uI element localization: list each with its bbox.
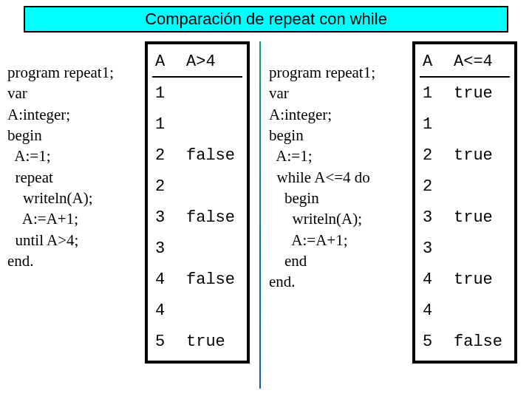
table-row: 4 (152, 294, 242, 325)
table-row: 2true (420, 139, 510, 170)
left-column: program repeat1; var A:integer; begin A:… (4, 41, 266, 392)
right-trace-table: A A<=4 1true 1 2true 2 3true 3 4true 4 5… (420, 46, 510, 356)
table-row: 3 (152, 232, 242, 263)
table-row: 4 (420, 294, 510, 325)
left-code-block: program repeat1; var A:integer; begin A:… (4, 41, 145, 271)
cell-a: 3 (152, 201, 183, 232)
left-trace-table-wrap: A A>4 1 1 2false 2 3false 3 4false 4 5tr… (145, 41, 250, 364)
cell-a: 2 (420, 170, 451, 201)
cell-r (451, 170, 510, 201)
cell-r: true (451, 263, 510, 294)
cell-a: 3 (152, 232, 183, 263)
cell-r: false (183, 139, 242, 170)
cell-r: true (451, 201, 510, 232)
left-header-cond: A>4 (183, 46, 242, 77)
right-code-block: program repeat1; var A:integer; begin A:… (266, 41, 412, 293)
cell-a: 1 (420, 77, 451, 108)
cell-r: false (451, 325, 510, 356)
table-row: 5false (420, 325, 510, 356)
cell-a: 2 (152, 139, 183, 170)
table-row: 3 (420, 232, 510, 263)
cell-r (183, 232, 242, 263)
cell-r (451, 232, 510, 263)
cell-r: true (183, 325, 242, 356)
page-title: Comparación de repeat con while (24, 6, 508, 33)
cell-a: 4 (420, 263, 451, 294)
cell-a: 1 (420, 108, 451, 139)
right-header-cond: A<=4 (451, 46, 510, 77)
table-row: 1 (420, 108, 510, 139)
table-row: 2 (420, 170, 510, 201)
cell-r (183, 170, 242, 201)
cell-r: false (183, 201, 242, 232)
table-row: 1 (152, 108, 242, 139)
table-row: 3false (152, 201, 242, 232)
right-column: program repeat1; var A:integer; begin A:… (266, 41, 528, 392)
table-row: 4false (152, 263, 242, 294)
cell-r (183, 294, 242, 325)
cell-r (451, 108, 510, 139)
cell-a: 1 (152, 77, 183, 108)
left-header-a: A (152, 46, 183, 77)
left-trace-table: A A>4 1 1 2false 2 3false 3 4false 4 5tr… (152, 46, 242, 356)
table-row: 2 (152, 170, 242, 201)
cell-a: 3 (420, 201, 451, 232)
cell-a: 3 (420, 232, 451, 263)
cell-a: 4 (420, 294, 451, 325)
cell-a: 2 (420, 139, 451, 170)
cell-r: true (451, 139, 510, 170)
right-header-a: A (420, 46, 451, 77)
cell-r (183, 77, 242, 108)
right-trace-table-wrap: A A<=4 1true 1 2true 2 3true 3 4true 4 5… (412, 41, 517, 364)
table-row: 1true (420, 77, 510, 108)
table-row: 2false (152, 139, 242, 170)
cell-a: 1 (152, 108, 183, 139)
table-row: 3true (420, 201, 510, 232)
cell-a: 5 (152, 325, 183, 356)
table-row: 5true (152, 325, 242, 356)
content-columns: program repeat1; var A:integer; begin A:… (4, 41, 528, 392)
cell-a: 4 (152, 263, 183, 294)
cell-a: 2 (152, 170, 183, 201)
cell-a: 4 (152, 294, 183, 325)
cell-r (183, 108, 242, 139)
cell-a: 5 (420, 325, 451, 356)
table-row: 4true (420, 263, 510, 294)
table-row: 1 (152, 77, 242, 108)
cell-r: false (183, 263, 242, 294)
cell-r: true (451, 77, 510, 108)
cell-r (451, 294, 510, 325)
